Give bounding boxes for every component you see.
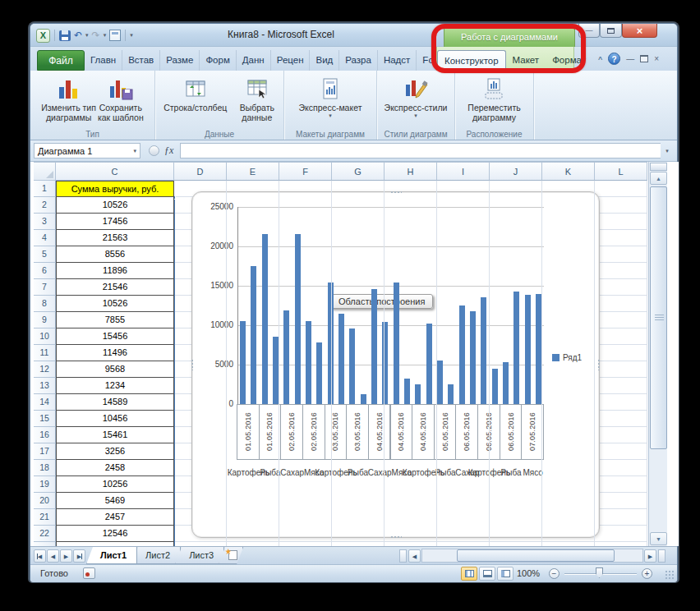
row-header-3[interactable]: 3: [34, 214, 56, 230]
zoom-out-icon[interactable]: −: [549, 568, 560, 579]
row-header-15[interactable]: 15: [34, 411, 56, 427]
bar-6[interactable]: [295, 234, 301, 404]
row-header-18[interactable]: 18: [34, 460, 56, 476]
cell-C19[interactable]: 10256: [56, 476, 174, 493]
row-header-6[interactable]: 6: [34, 263, 56, 279]
cell-C6[interactable]: 11896: [56, 263, 174, 279]
quick-layout-button[interactable]: Экспресс-макет ▾: [299, 73, 362, 126]
cell-C8[interactable]: 10526: [56, 296, 174, 312]
cell-C11[interactable]: 11496: [56, 345, 174, 361]
row-header-1[interactable]: 1: [34, 181, 56, 197]
bar-7[interactable]: [306, 321, 311, 404]
customize-qat-icon[interactable]: ▾: [130, 32, 133, 39]
cell-C20[interactable]: 5469: [56, 493, 174, 509]
sheet-tab-Лист3[interactable]: Лист3: [175, 547, 224, 564]
row-header-16[interactable]: 16: [34, 427, 56, 443]
row-header-10[interactable]: 10: [34, 328, 56, 345]
horizontal-scroll-track[interactable]: [421, 549, 643, 563]
row-header-12[interactable]: 12: [34, 361, 56, 378]
row-header-5[interactable]: 5: [34, 246, 56, 263]
quick-styles-button[interactable]: Экспресс-стили ▾: [385, 73, 448, 126]
bar-18[interactable]: [426, 324, 432, 404]
expand-formula-bar-icon[interactable]: ▾: [661, 148, 674, 154]
paste-preview-icon[interactable]: [109, 30, 121, 41]
vertical-scrollbar[interactable]: ▲ ▼: [648, 162, 667, 546]
column-header-G[interactable]: G: [332, 162, 385, 181]
row-header-17[interactable]: 17: [34, 443, 56, 460]
redo-icon[interactable]: ↷: [92, 30, 100, 41]
row-header-19[interactable]: 19: [34, 476, 56, 493]
collapse-ribbon-icon[interactable]: ^: [598, 55, 602, 63]
row-header-14[interactable]: 14: [34, 394, 56, 411]
vertical-scrollbar-thumb[interactable]: [650, 186, 667, 449]
cell-C2[interactable]: 10526: [56, 197, 174, 214]
ribbon-tab-Форм[interactable]: Форм: [200, 50, 236, 71]
tab-split-handle[interactable]: [399, 549, 407, 563]
chart-resize-handle-top[interactable]: [390, 191, 402, 194]
bar-21[interactable]: [459, 306, 465, 404]
sheet-tab-Лист1[interactable]: Лист1: [86, 547, 137, 564]
cell-C10[interactable]: 15456: [56, 328, 174, 345]
cell-C4[interactable]: 21563: [56, 230, 174, 246]
ribbon-tab-Вид[interactable]: Вид: [310, 50, 339, 71]
bar-22[interactable]: [470, 311, 476, 404]
x-axis-date-label[interactable]: 03.05.2016: [325, 404, 348, 460]
bar-28[interactable]: [536, 294, 541, 404]
column-header-H[interactable]: H: [385, 162, 437, 181]
bar-17[interactable]: [415, 384, 421, 404]
chart-resize-handle-left[interactable]: [191, 359, 194, 370]
x-axis-date-label[interactable]: 02.05.2016: [302, 404, 325, 460]
bar-3[interactable]: [262, 234, 268, 404]
bar-13[interactable]: [371, 289, 377, 404]
chart-resize-handle-right[interactable]: [597, 359, 601, 370]
zoom-slider-thumb[interactable]: [596, 567, 603, 578]
row-header-13[interactable]: 13: [34, 378, 56, 394]
undo-dropdown-icon[interactable]: ▾: [85, 32, 89, 39]
cell-C17[interactable]: 3256: [56, 443, 174, 460]
last-sheet-icon[interactable]: ▶: [73, 549, 85, 563]
cell-C9[interactable]: 7855: [56, 312, 174, 328]
help-icon[interactable]: ?: [608, 53, 620, 65]
workbook-minimize-icon[interactable]: —: [626, 54, 634, 63]
x-axis-date-label[interactable]: 06.05.2016: [500, 404, 523, 460]
column-header-J[interactable]: J: [490, 162, 542, 181]
bar-11[interactable]: [349, 328, 355, 404]
ribbon-tab-Рецен[interactable]: Рецен: [271, 50, 311, 71]
row-header-11[interactable]: 11: [34, 345, 56, 361]
x-axis-date-label[interactable]: 02.05.2016: [280, 404, 303, 460]
bar-12[interactable]: [361, 394, 366, 404]
tab-format[interactable]: Формат: [546, 50, 592, 71]
row-header-7[interactable]: 7: [34, 279, 56, 296]
column-header-L[interactable]: L: [595, 162, 647, 181]
bar-25[interactable]: [503, 362, 509, 404]
x-axis-date-label[interactable]: 01.05.2016: [237, 404, 260, 460]
bar-15[interactable]: [394, 283, 399, 404]
bar-20[interactable]: [448, 384, 454, 404]
horizontal-split-handle[interactable]: [658, 549, 665, 563]
cell-C14[interactable]: 14589: [56, 394, 174, 411]
cell-C3[interactable]: 17456: [56, 214, 174, 230]
save-as-template-button[interactable]: Сохранитькак шаблон: [98, 73, 144, 126]
bar-27[interactable]: [525, 295, 531, 404]
workbook-restore-icon[interactable]: [640, 55, 648, 62]
select-data-button[interactable]: Выбратьданные: [234, 73, 280, 126]
x-axis-date-label[interactable]: 06.05.2016: [455, 404, 478, 460]
previous-sheet-icon[interactable]: ◀: [47, 549, 59, 563]
x-axis-date-label[interactable]: 03.05.2016: [346, 404, 369, 460]
undo-icon[interactable]: ↶: [74, 30, 82, 41]
bar-24[interactable]: [492, 369, 498, 404]
bar-8[interactable]: [316, 342, 322, 404]
ribbon-tab-Разра[interactable]: Разра: [339, 50, 378, 71]
first-sheet-icon[interactable]: ◀: [34, 549, 46, 563]
tab-constructor[interactable]: Конструктор: [437, 50, 506, 71]
page-layout-view-button[interactable]: [479, 567, 495, 581]
column-header-D[interactable]: D: [174, 162, 227, 181]
horizontal-scrollbar-thumb[interactable]: [457, 549, 615, 562]
scroll-down-icon[interactable]: ▼: [650, 532, 667, 545]
row-header-22[interactable]: 22: [34, 526, 56, 542]
bar-2[interactable]: [251, 266, 256, 404]
row-header-20[interactable]: 20: [34, 493, 56, 509]
select-all-corner[interactable]: [34, 162, 56, 181]
workbook-close-icon[interactable]: ×: [654, 54, 659, 63]
column-header-E[interactable]: E: [227, 162, 279, 181]
